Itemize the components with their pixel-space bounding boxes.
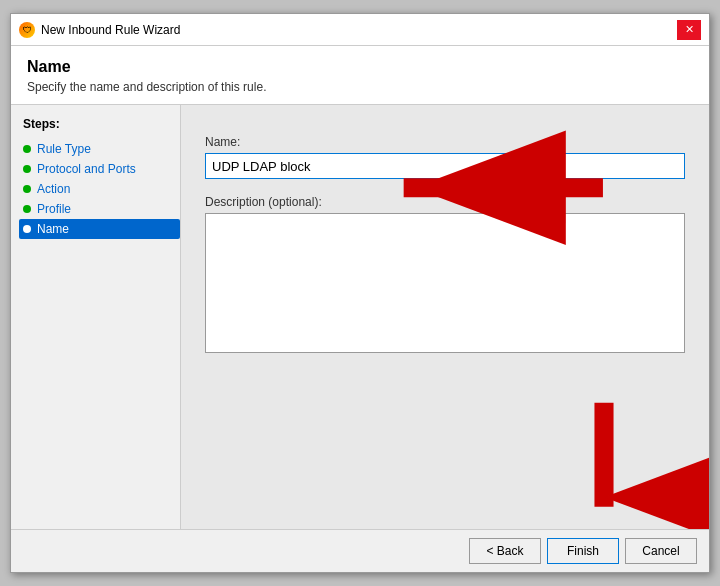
step-dot (23, 205, 31, 213)
step-dot (23, 185, 31, 193)
close-button[interactable]: ✕ (677, 20, 701, 40)
steps-label: Steps: (19, 117, 180, 131)
steps-sidebar: Steps: Rule Type Protocol and Ports Acti… (11, 105, 181, 529)
sidebar-item-label: Name (37, 222, 69, 236)
name-input[interactable] (205, 153, 685, 179)
sidebar-item-label: Protocol and Ports (37, 162, 136, 176)
step-dot (23, 165, 31, 173)
step-dot (23, 225, 31, 233)
title-bar-left: 🛡 New Inbound Rule Wizard (19, 22, 180, 38)
dialog-window: 🛡 New Inbound Rule Wizard ✕ Name Specify… (10, 13, 710, 573)
back-button[interactable]: < Back (469, 538, 541, 564)
sidebar-item-label: Rule Type (37, 142, 91, 156)
app-icon: 🛡 (19, 22, 35, 38)
name-form-group: Name: (205, 135, 685, 179)
sidebar-item-rule-type[interactable]: Rule Type (19, 139, 180, 159)
name-label: Name: (205, 135, 685, 149)
title-bar: 🛡 New Inbound Rule Wizard ✕ (11, 14, 709, 46)
finish-button[interactable]: Finish (547, 538, 619, 564)
sidebar-item-action[interactable]: Action (19, 179, 180, 199)
description-input[interactable] (205, 213, 685, 353)
description-form-group: Description (optional): (205, 195, 685, 356)
page-title: Name (27, 58, 693, 76)
main-panel: Name: Description (optional): (181, 105, 709, 529)
dialog-title: New Inbound Rule Wizard (41, 23, 180, 37)
description-label: Description (optional): (205, 195, 685, 209)
page-subtitle: Specify the name and description of this… (27, 80, 693, 94)
sidebar-item-name[interactable]: Name (19, 219, 180, 239)
sidebar-item-label: Action (37, 182, 70, 196)
cancel-button[interactable]: Cancel (625, 538, 697, 564)
dialog-footer: < Back Finish Cancel (11, 529, 709, 572)
content-area: Steps: Rule Type Protocol and Ports Acti… (11, 105, 709, 529)
sidebar-item-protocol-ports[interactable]: Protocol and Ports (19, 159, 180, 179)
sidebar-item-profile[interactable]: Profile (19, 199, 180, 219)
step-dot (23, 145, 31, 153)
sidebar-item-label: Profile (37, 202, 71, 216)
header-section: Name Specify the name and description of… (11, 46, 709, 105)
